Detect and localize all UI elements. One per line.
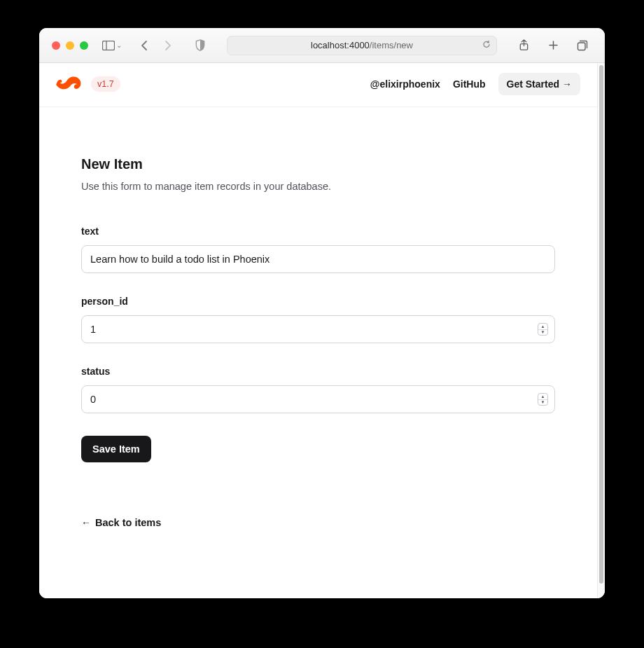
version-badge: v1.7 [91,76,120,92]
page-title: New Item [81,156,555,172]
stepper-down-icon: ▼ [538,330,547,336]
status-input[interactable] [81,385,555,413]
field-status: status ▲ ▼ [81,366,555,413]
person-id-stepper[interactable]: ▲ ▼ [538,323,548,336]
privacy-shield-button[interactable] [190,37,210,54]
stepper-down-icon: ▼ [538,400,547,406]
chevron-down-icon: ⌄ [116,41,122,49]
arrow-left-icon: ← [81,517,91,528]
stepper-up-icon: ▲ [538,324,547,330]
nav-forward-button[interactable] [158,37,178,54]
maximize-window-button[interactable] [80,41,88,50]
svg-rect-3 [578,43,586,50]
browser-window: ⌄ localhost:4000/items/new [39,28,605,598]
arrow-right-icon: → [562,78,572,90]
tabs-icon [577,40,588,51]
reload-button[interactable] [482,40,491,51]
status-label: status [81,366,555,377]
person-id-input[interactable] [81,315,555,343]
new-tab-button[interactable] [543,37,563,54]
shield-icon [195,39,206,51]
phoenix-logo-icon[interactable] [56,76,81,92]
twitter-link[interactable]: @elixirphoenix [370,78,440,90]
svg-rect-0 [103,41,115,50]
tabs-overview-button[interactable] [573,37,592,54]
sidebar-icon [102,41,115,50]
window-controls [52,41,88,50]
save-item-button[interactable]: Save Item [81,436,151,462]
chevron-left-icon [140,40,148,51]
back-link-label: Back to items [95,517,161,528]
top-nav: v1.7 @elixirphoenix GitHub Get Started → [39,63,597,107]
sidebar-toggle[interactable]: ⌄ [102,41,122,50]
field-person-id: person_id ▲ ▼ [81,296,555,343]
share-icon [519,39,529,51]
url-path: /items/new [370,40,413,50]
chevron-right-icon [164,40,172,51]
close-window-button[interactable] [52,41,60,50]
back-to-items-link[interactable]: ← Back to items [81,517,555,528]
nav-back-button[interactable] [134,37,154,54]
page-subtitle: Use this form to manage item records in … [81,181,555,192]
url-host: localhost:4000 [311,40,370,50]
text-input[interactable] [81,245,555,273]
person-id-label: person_id [81,296,555,307]
github-link[interactable]: GitHub [453,78,486,90]
brand: v1.7 [56,76,120,92]
get-started-button[interactable]: Get Started → [498,73,580,95]
plus-icon [548,40,559,50]
scrollbar[interactable] [597,63,605,598]
reload-icon [482,40,491,49]
address-bar[interactable]: localhost:4000/items/new [227,36,497,55]
share-button[interactable] [514,37,533,54]
minimize-window-button[interactable] [66,41,74,50]
titlebar: ⌄ localhost:4000/items/new [39,28,605,63]
scrollbar-thumb[interactable] [599,65,603,584]
get-started-label: Get Started [507,78,559,90]
status-stepper[interactable]: ▲ ▼ [538,393,548,406]
field-text: text [81,226,555,273]
stepper-up-icon: ▲ [538,394,547,400]
text-label: text [81,226,555,237]
page-content: v1.7 @elixirphoenix GitHub Get Started →… [39,63,597,598]
